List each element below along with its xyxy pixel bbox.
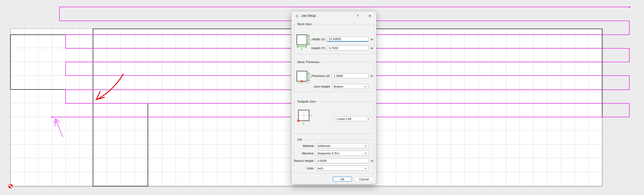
retract-height-input[interactable]: 0.5000 [315,158,369,163]
machine-row: Machine Shapeoko 5 Pro [294,151,374,156]
chevron-down-icon [367,118,370,120]
job-setup-dialog: C Job Setup ? ✕ Stock Size Y X Width (X)… [291,11,376,184]
units-row: Units Inch [294,166,374,171]
toolpath-zero-value: Lower-Left [337,117,351,120]
material-value: Softwood [317,144,330,147]
thickness-row: Thickness (Z) 1.0800 in [294,73,374,78]
thickness-unit: in [371,74,373,77]
height-value: 5.7000 [329,46,338,50]
material-dropdown[interactable]: Softwood [315,143,369,148]
machine-label: Machine [294,152,314,155]
chevron-down-icon [364,153,367,154]
retract-height-row: Retract Height 0.5000 in [294,158,374,163]
carbide-create-logo-icon: C [296,14,299,18]
help-button[interactable]: ? [354,13,361,19]
height-unit: in [371,46,373,50]
zero-height-label: Zero Height [294,85,330,88]
thickness-input[interactable]: 1.0800 [332,73,368,78]
close-button[interactable]: ✕ [366,13,374,19]
width-input[interactable]: 21.5000 [327,37,368,42]
width-label: Width (X) [294,38,325,41]
retract-height-value: 0.5000 [317,159,327,162]
toolpath-endpoint-start [629,6,630,8]
stock-thickness-group: Stock Thickness Z Thickness (Z) 1.0800 i… [294,62,374,92]
height-label: Height (Y) [294,46,325,50]
machine-value: Shapeoko 5 Pro [317,152,339,155]
stock-thickness-group-label: Stock Thickness [296,60,321,64]
zero-height-row: Zero Height Bottom [294,84,374,89]
zero-height-value: Bottom [334,85,343,88]
chevron-down-icon [364,167,367,169]
units-value: Inch [317,167,323,170]
dialog-titlebar[interactable]: C Job Setup ? ✕ [291,11,376,20]
thickness-label: Thickness (Z) [294,74,330,77]
dialog-buttons: Ok Cancel [333,177,374,182]
job-group-label: Job [296,138,303,141]
width-value: 21.5000 [329,37,340,41]
width-unit: in [371,38,373,41]
toolpath-zero-dropdown[interactable]: Lower-Left [335,116,372,121]
ok-button[interactable]: Ok [333,177,352,182]
width-row: Width (X) 21.5000 in [294,37,374,42]
chevron-down-icon [364,86,367,87]
retract-height-unit: in [371,159,373,162]
toolpath-zero-group: Toolpath Zero Y X Lower-Left [294,102,374,134]
units-label: Units [294,167,314,170]
units-dropdown[interactable]: Inch [315,166,369,171]
chevron-down-icon [364,145,367,147]
height-row: Height (Y) 5.7000 in [294,45,374,50]
dialog-title: Job Setup [301,14,316,18]
material-row: Material Softwood [294,143,374,148]
stock-size-group: Stock Size Y X Width (X) 21.5000 in Heig… [294,24,374,54]
thickness-value: 1.0800 [334,74,343,77]
height-input[interactable]: 5.7000 [327,45,368,50]
stock-size-group-label: Stock Size [296,22,313,26]
toolpath-zero-group-label: Toolpath Zero [296,100,317,103]
cancel-button[interactable]: Cancel [355,177,374,182]
zero-height-dropdown[interactable]: Bottom [332,84,368,89]
material-label: Material [294,144,314,147]
axis-x-label: X [303,122,304,125]
machine-dropdown[interactable]: Shapeoko 5 Pro [315,151,369,156]
text-caret [340,37,341,41]
toolpath-zero-row: Lower-Left [294,116,374,121]
job-group: Job Material Softwood Machine Shapeoko 5… [294,139,374,173]
retract-height-label: Retract Height [294,159,314,162]
